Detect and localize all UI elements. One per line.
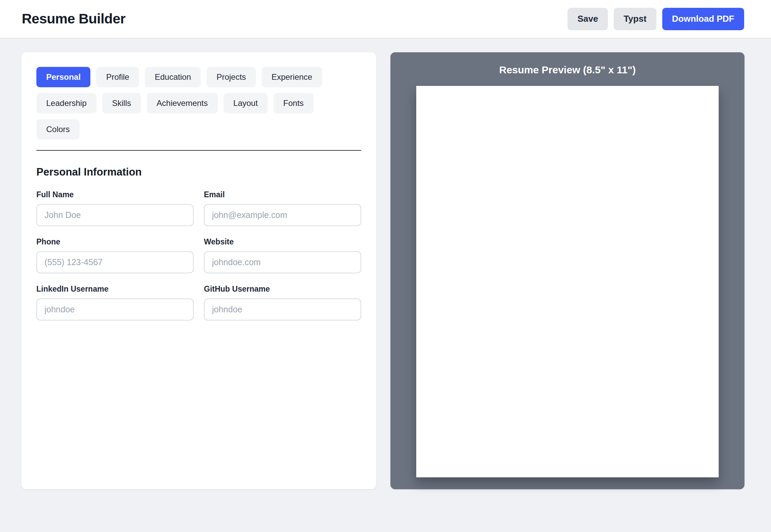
- form-field: Website: [204, 237, 361, 273]
- tab-leadership[interactable]: Leadership: [36, 93, 97, 113]
- app-title: Resume Builder: [22, 11, 125, 27]
- main-content: Personal Profile Education Projects Expe…: [0, 38, 771, 489]
- field-label: Full Name: [36, 190, 194, 199]
- field-label: GitHub Username: [204, 285, 361, 294]
- form-field: Phone: [36, 237, 194, 273]
- email-input[interactable]: [204, 204, 361, 226]
- preview-panel: Resume Preview (8.5" x 11"): [390, 52, 744, 489]
- form-field: Email: [204, 190, 361, 226]
- tab-personal[interactable]: Personal: [36, 67, 90, 87]
- tab-projects[interactable]: Projects: [207, 67, 256, 87]
- github-username-input[interactable]: [204, 298, 361, 320]
- form-grid: Full Name Email Phone Website: [36, 190, 361, 320]
- typst-button[interactable]: Typst: [614, 8, 656, 30]
- tab-achievements[interactable]: Achievements: [147, 93, 218, 113]
- form-field: GitHub Username: [204, 285, 361, 320]
- save-button[interactable]: Save: [567, 8, 608, 30]
- tab-colors[interactable]: Colors: [36, 119, 80, 140]
- website-input[interactable]: [204, 251, 361, 273]
- editor-card: Personal Profile Education Projects Expe…: [21, 52, 376, 489]
- linkedin-username-input[interactable]: [36, 298, 194, 320]
- tab-divider: [36, 150, 361, 151]
- field-label: Phone: [36, 237, 194, 246]
- phone-input[interactable]: [36, 251, 194, 273]
- tab-education[interactable]: Education: [145, 67, 201, 87]
- download-pdf-button[interactable]: Download PDF: [662, 8, 744, 30]
- tab-skills[interactable]: Skills: [102, 93, 141, 113]
- full-name-input[interactable]: [36, 204, 194, 226]
- tab-list: Personal Profile Education Projects Expe…: [36, 67, 361, 140]
- preview-title: Resume Preview (8.5" x 11"): [390, 64, 744, 76]
- resume-page: [416, 86, 719, 477]
- section-heading: Personal Information: [36, 166, 361, 178]
- field-label: LinkedIn Username: [36, 285, 194, 294]
- field-label: Website: [204, 237, 361, 246]
- form-field: LinkedIn Username: [36, 285, 194, 320]
- tab-layout[interactable]: Layout: [224, 93, 268, 113]
- tab-fonts[interactable]: Fonts: [274, 93, 314, 113]
- header-actions: Save Typst Download PDF: [567, 8, 744, 30]
- app-header: Resume Builder Save Typst Download PDF: [0, 0, 771, 38]
- field-label: Email: [204, 190, 361, 199]
- tab-experience[interactable]: Experience: [262, 67, 322, 87]
- form-field: Full Name: [36, 190, 194, 226]
- tab-profile[interactable]: Profile: [96, 67, 139, 87]
